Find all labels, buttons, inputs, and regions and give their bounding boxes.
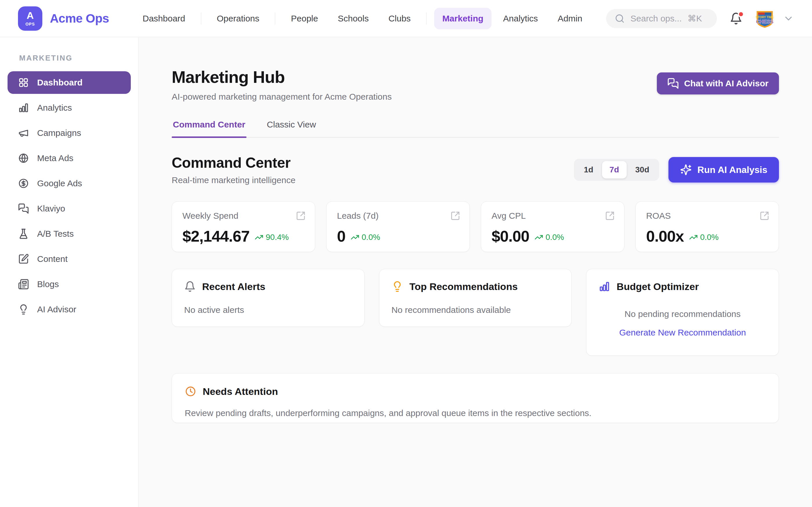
stat-card-weekly-spend: Weekly Spend $2,144.67 90.4% — [172, 201, 315, 252]
search-icon — [615, 14, 625, 23]
command-center-controls: 1d 7d 30d Run AI Analysis — [574, 157, 779, 182]
nav-item-dashboard[interactable]: Dashboard — [135, 8, 193, 29]
topbar-right: Search ops... ⌘K STORY TIME CHESS — [606, 9, 794, 28]
panels-grid: Recent Alerts No active alerts Top Recom… — [172, 269, 779, 356]
bell-icon — [184, 281, 196, 292]
tab-command-center[interactable]: Command Center — [172, 120, 247, 137]
stat-value: $2,144.67 — [183, 227, 249, 245]
chat-bubbles-icon — [18, 203, 29, 214]
empty-state-text: No pending recommendations — [625, 309, 741, 319]
brand-initial: A — [27, 10, 34, 20]
sidebar-item-ai-advisor[interactable]: AI Advisor — [7, 298, 131, 321]
stat-label: Avg CPL — [492, 211, 614, 221]
command-center-header-text: Command Center Real-time marketing intel… — [172, 155, 296, 185]
stat-trend: 0.0% — [351, 233, 380, 242]
stat-value: $0.00 — [492, 227, 529, 245]
bar-chart-icon — [18, 102, 29, 113]
trending-up-icon — [689, 233, 698, 242]
sidebar: MARKETING Dashboard Analytics Campaigns … — [0, 37, 139, 507]
notification-badge — [738, 11, 744, 17]
newspaper-icon — [18, 279, 29, 290]
brand-name: Acme Ops — [50, 12, 109, 25]
trending-up-icon — [535, 233, 543, 242]
generate-recommendation-link[interactable]: Generate New Recommendation — [619, 328, 746, 338]
main-content: Marketing Hub AI-powered marketing manag… — [139, 37, 812, 507]
top-recommendations-panel: Top Recommendations No recommendations a… — [379, 269, 572, 327]
brand-logo[interactable]: A OPS Acme Ops — [18, 6, 109, 31]
needs-attention-body: Review pending drafts, underperforming c… — [185, 408, 766, 418]
nav-item-people[interactable]: People — [283, 8, 326, 29]
sidebar-item-content[interactable]: Content — [7, 248, 131, 270]
sidebar-item-blogs[interactable]: Blogs — [7, 273, 131, 295]
sidebar-item-label: A/B Tests — [37, 229, 74, 239]
section-subtitle: Real-time marketing intelligence — [172, 175, 296, 185]
page-header-text: Marketing Hub AI-powered marketing manag… — [172, 67, 392, 102]
page-header: Marketing Hub AI-powered marketing manag… — [172, 67, 779, 102]
topbar: A OPS Acme Ops Dashboard Operations Peop… — [0, 0, 812, 37]
lightbulb-icon — [18, 304, 29, 315]
search-input[interactable]: Search ops... ⌘K — [606, 9, 717, 28]
avatar[interactable]: STORY TIME CHESS — [755, 9, 774, 28]
panel-title: Budget Optimizer — [616, 281, 699, 292]
pencil-square-icon — [18, 253, 29, 265]
stats-grid: Weekly Spend $2,144.67 90.4% Leads (7d) … — [172, 201, 779, 252]
view-tabs: Command Center Classic View — [172, 120, 779, 137]
sidebar-item-label: Google Ads — [37, 178, 82, 188]
panel-title: Needs Attention — [203, 386, 278, 397]
grid-icon — [18, 77, 29, 88]
external-link-icon[interactable] — [450, 211, 460, 221]
range-button-1d[interactable]: 1d — [576, 161, 601, 178]
chevron-down-icon[interactable] — [783, 13, 794, 24]
sidebar-item-google-ads[interactable]: Google Ads — [7, 172, 131, 195]
stat-label: Leads (7d) — [337, 211, 459, 221]
notifications-button[interactable] — [730, 12, 743, 25]
nav-item-clubs[interactable]: Clubs — [380, 8, 419, 29]
stat-trend: 90.4% — [255, 233, 289, 242]
sidebar-item-campaigns[interactable]: Campaigns — [7, 122, 131, 144]
sidebar-item-label: Campaigns — [37, 128, 81, 138]
tab-classic-view[interactable]: Classic View — [266, 120, 317, 137]
dollar-circle-icon — [18, 178, 29, 189]
budget-optimizer-panel: Budget Optimizer No pending recommendati… — [586, 269, 779, 356]
nav-item-analytics[interactable]: Analytics — [495, 8, 546, 29]
sidebar-item-label: Analytics — [37, 103, 72, 113]
top-navigation: Dashboard Operations People Schools Club… — [135, 8, 591, 29]
sidebar-item-ab-tests[interactable]: A/B Tests — [7, 223, 131, 245]
page-title: Marketing Hub — [172, 67, 392, 87]
empty-state-text: No active alerts — [184, 305, 352, 315]
globe-icon — [18, 153, 29, 164]
recent-alerts-panel: Recent Alerts No active alerts — [172, 269, 364, 327]
sidebar-item-klaviyo[interactable]: Klaviyo — [7, 197, 131, 220]
range-button-7d[interactable]: 7d — [602, 161, 627, 178]
run-ai-analysis-button[interactable]: Run AI Analysis — [668, 157, 779, 182]
nav-item-marketing[interactable]: Marketing — [434, 8, 492, 29]
nav-item-admin[interactable]: Admin — [550, 8, 591, 29]
sidebar-item-dashboard[interactable]: Dashboard — [7, 71, 131, 94]
stat-value: 0.00x — [646, 227, 684, 245]
range-button-30d[interactable]: 30d — [628, 161, 657, 178]
command-center-header: Command Center Real-time marketing intel… — [172, 155, 779, 185]
external-link-icon[interactable] — [296, 211, 306, 221]
sidebar-item-meta-ads[interactable]: Meta Ads — [7, 147, 131, 169]
search-shortcut: ⌘K — [688, 13, 702, 23]
svg-text:STORY TIME: STORY TIME — [756, 15, 774, 18]
panel-title: Recent Alerts — [202, 281, 265, 292]
stat-card-leads: Leads (7d) 0 0.0% — [326, 201, 470, 252]
lightbulb-icon — [392, 281, 403, 292]
stat-label: Weekly Spend — [183, 211, 305, 221]
sidebar-section-label: MARKETING — [19, 54, 131, 63]
clock-icon — [185, 386, 196, 397]
nav-separator — [426, 12, 426, 24]
sidebar-item-label: Dashboard — [37, 78, 83, 88]
chat-icon — [667, 78, 679, 89]
nav-item-schools[interactable]: Schools — [330, 8, 377, 29]
external-link-icon[interactable] — [760, 211, 769, 221]
bar-chart-icon — [599, 281, 610, 292]
external-link-icon[interactable] — [605, 211, 615, 221]
nav-separator — [201, 12, 201, 24]
sidebar-item-label: Klaviyo — [37, 204, 65, 214]
chat-with-ai-advisor-button[interactable]: Chat with AI Advisor — [657, 72, 779, 95]
nav-item-operations[interactable]: Operations — [209, 8, 268, 29]
sidebar-item-analytics[interactable]: Analytics — [7, 97, 131, 119]
sidebar-item-label: Content — [37, 254, 67, 264]
